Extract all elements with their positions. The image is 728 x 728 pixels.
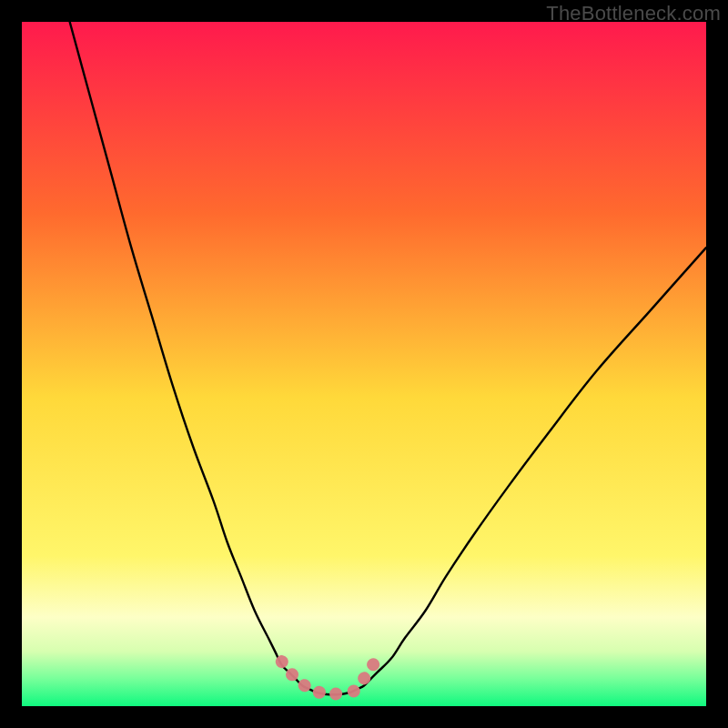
watermark-label: TheBottleneck.com: [546, 2, 721, 25]
plot-svg: [22, 22, 706, 706]
chart-frame: [22, 22, 706, 706]
